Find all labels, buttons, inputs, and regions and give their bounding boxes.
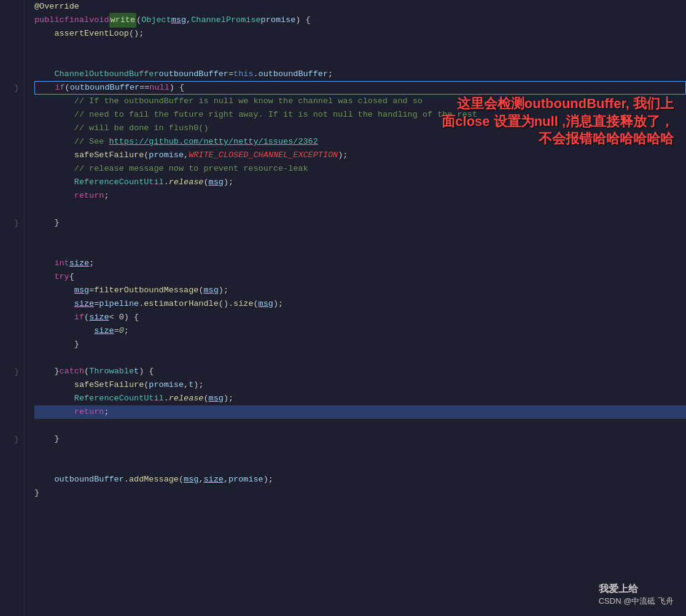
line-number-24 — [0, 324, 24, 338]
code-line-26 — [34, 351, 686, 365]
code-line-1: public final void write(Object msg, Chan… — [34, 14, 686, 27]
line-number-11 — [0, 149, 24, 162]
code-editor: }}}} @Overridepublic final void write(Ob… — [0, 0, 686, 616]
code-line-30: return; — [34, 405, 686, 419]
line-number-26 — [0, 351, 24, 365]
line-number-25 — [0, 338, 24, 351]
code-line-4 — [34, 54, 686, 68]
code-line-29: ReferenceCountUtil.release(msg); — [34, 392, 686, 405]
code-line-8: // need to fail the future right away. I… — [34, 108, 686, 122]
line-numbers: }}}} — [0, 0, 25, 616]
code-area: @Overridepublic final void write(Object … — [25, 0, 686, 616]
code-line-20: try { — [34, 270, 686, 284]
code-line-36: } — [34, 486, 686, 500]
line-number-5 — [0, 68, 24, 81]
code-line-24: size = 0; — [34, 324, 686, 338]
line-number-6: } — [0, 81, 24, 95]
line-number-32: } — [0, 432, 24, 446]
code-line-21: msg = filterOutboundMessage(msg); — [34, 284, 686, 297]
code-line-13: ReferenceCountUtil.release(msg); — [34, 176, 686, 189]
code-line-10: // See https://github.com/netty/netty/is… — [34, 135, 686, 149]
code-line-11: safeSetFailure(promise, WRITE_CLOSED_CHA… — [34, 149, 686, 162]
code-line-6: if (outboundBuffer == null) { — [34, 81, 686, 95]
line-number-34 — [0, 459, 24, 473]
code-line-34 — [34, 459, 686, 473]
line-number-3 — [0, 41, 24, 54]
line-number-19 — [0, 257, 24, 270]
code-line-5: ChannelOutboundBuffer outboundBuffer = t… — [34, 68, 686, 81]
line-number-12 — [0, 162, 24, 176]
line-number-16: } — [0, 216, 24, 230]
line-number-13 — [0, 176, 24, 189]
line-number-7 — [0, 95, 24, 108]
line-number-22 — [0, 297, 24, 311]
line-number-15 — [0, 203, 24, 216]
code-line-0: @Override — [34, 0, 686, 14]
code-line-32: } — [34, 432, 686, 446]
line-number-17 — [0, 230, 24, 243]
line-number-18 — [0, 243, 24, 257]
code-line-33 — [34, 446, 686, 459]
code-line-18 — [34, 243, 686, 257]
line-number-9 — [0, 122, 24, 135]
code-line-7: // If the outboundBuffer is null we know… — [34, 95, 686, 108]
code-line-27: } catch (Throwable t) { — [34, 365, 686, 378]
line-number-10 — [0, 135, 24, 149]
code-line-22: size = pipeline.estimatorHandle().size(m… — [34, 297, 686, 311]
code-line-16: } — [34, 216, 686, 230]
line-number-33 — [0, 446, 24, 459]
code-line-23: if (size < 0) { — [34, 311, 686, 324]
line-number-8 — [0, 108, 24, 122]
line-number-35 — [0, 473, 24, 486]
line-number-36 — [0, 486, 24, 500]
line-number-14 — [0, 189, 24, 203]
code-line-25: } — [34, 338, 686, 351]
line-number-21 — [0, 284, 24, 297]
line-number-1 — [0, 14, 24, 27]
line-number-0 — [0, 0, 24, 14]
code-line-19: int size; — [34, 257, 686, 270]
line-number-2 — [0, 27, 24, 41]
code-line-14: return; — [34, 189, 686, 203]
line-number-31 — [0, 419, 24, 432]
line-number-27: } — [0, 365, 24, 378]
code-line-31 — [34, 419, 686, 432]
code-line-3 — [34, 41, 686, 54]
code-line-15 — [34, 203, 686, 216]
code-line-12: // release message now to prevent resour… — [34, 162, 686, 176]
line-number-29 — [0, 392, 24, 405]
code-line-9: // will be done in flush0() — [34, 122, 686, 135]
line-number-30 — [0, 405, 24, 419]
code-line-2: assertEventLoop(); — [34, 27, 686, 41]
code-line-28: safeSetFailure(promise, t); — [34, 378, 686, 392]
line-number-20 — [0, 270, 24, 284]
code-line-17 — [34, 230, 686, 243]
line-number-23 — [0, 311, 24, 324]
line-number-28 — [0, 378, 24, 392]
code-line-35: outboundBuffer.addMessage(msg, size, pro… — [34, 473, 686, 486]
line-number-4 — [0, 54, 24, 68]
